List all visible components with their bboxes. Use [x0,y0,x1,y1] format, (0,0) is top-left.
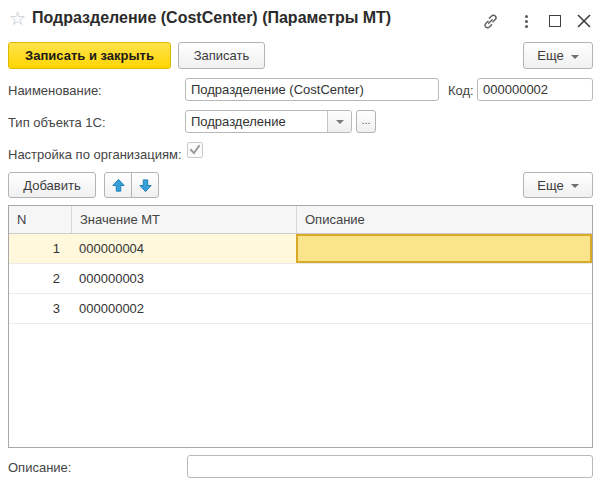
mt-value-cell[interactable]: 000000004 [71,234,296,263]
more-actions-label: Еще [537,48,563,63]
table-row[interactable]: 1 000000004 [9,234,592,264]
save-and-close-label: Записать и закрыть [25,48,154,63]
object-type-combobox[interactable]: Подразделение [185,110,352,133]
table-more-button[interactable]: Еще [523,172,593,198]
chevron-down-icon [336,120,344,124]
save-label: Записать [194,48,250,63]
object-type-dropdown-button[interactable] [327,111,351,132]
chevron-down-icon [571,184,579,188]
column-header-description[interactable]: Описание [296,206,592,233]
ellipsis-icon: ... [361,114,370,126]
more-actions-button[interactable]: Еще [523,42,593,69]
move-up-button[interactable] [104,172,132,198]
object-type-label: Тип объекта 1С: [8,115,106,130]
checkmark-icon [189,144,201,156]
mt-value-cell[interactable]: 000000003 [71,264,296,293]
add-row-button[interactable]: Добавить [8,172,96,198]
name-field-label: Наименование: [8,83,102,98]
arrow-up-icon [111,178,126,193]
favorite-star-icon[interactable]: ☆ [9,8,26,30]
code-field-label: Код: [448,83,474,98]
window-menu-icon[interactable] [517,12,535,30]
get-link-icon[interactable] [481,12,499,30]
description-input[interactable] [187,455,593,478]
object-type-choose-button[interactable]: ... [356,110,376,133]
row-number-cell: 1 [9,234,71,263]
column-header-value[interactable]: Значение МТ [71,206,296,233]
code-input[interactable] [477,78,593,101]
row-number-cell: 2 [9,264,71,293]
add-row-label: Добавить [23,178,80,193]
move-down-button[interactable] [131,172,159,198]
description-field-label: Описание: [8,460,71,475]
chevron-down-icon [571,55,579,59]
description-cell[interactable] [296,294,592,323]
table-row[interactable]: 3 000000002 [9,294,592,324]
row-number-cell: 3 [9,294,71,323]
column-header-n[interactable]: N [9,206,71,233]
object-type-value: Подразделение [186,111,327,132]
arrow-down-icon [138,178,153,193]
description-cell-active[interactable] [296,234,592,263]
save-and-close-button[interactable]: Записать и закрыть [8,42,171,69]
description-cell[interactable] [296,264,592,293]
mt-value-cell[interactable]: 000000002 [71,294,296,323]
maximize-icon[interactable] [546,12,564,30]
org-setting-label: Настройка по организациям: [8,147,182,162]
org-setting-checkbox[interactable] [187,142,203,158]
close-icon[interactable] [575,12,593,30]
name-input[interactable] [185,78,439,101]
window-title: Подразделение (CostCenter) (Параметры МТ… [32,9,391,27]
table-more-label: Еще [537,178,563,193]
save-button[interactable]: Записать [178,42,265,69]
title-bar: ☆ Подразделение (CostCenter) (Параметры … [0,0,601,38]
table-row[interactable]: 2 000000003 [9,264,592,294]
table-header-row: N Значение МТ Описание [9,206,592,234]
mt-values-table: N Значение МТ Описание 1 000000004 2 000… [8,205,593,448]
